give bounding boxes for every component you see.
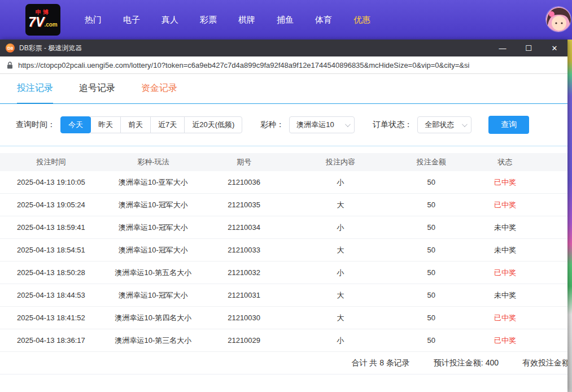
close-button[interactable]: ✕ [542, 40, 567, 56]
status-badge: 未中奖 [465, 245, 545, 255]
lottery-records-page: 投注记录 追号记录 资金记录 查询时间： 今天 昨天 前天 近7天 近20天(低… [0, 74, 567, 374]
time-filter-today[interactable]: 今天 [60, 116, 91, 133]
cell-content: 大 [283, 245, 397, 255]
nav-item-promo[interactable]: 优惠 [343, 0, 381, 40]
nav-item-fishing[interactable]: 捕鱼 [266, 0, 304, 40]
cell-content: 小 [283, 177, 397, 188]
url-text[interactable]: https://ctopcp02pcali.uengi5e.com/lotter… [18, 61, 469, 69]
cell-game: 澳洲幸运10-第五名大小 [102, 268, 204, 278]
cell-issue: 21210029 [204, 336, 284, 345]
cell-issue: 21210034 [204, 223, 284, 232]
nav-item-chess[interactable]: 棋牌 [228, 0, 266, 40]
cell-time: 2025-04-13 18:44:53 [0, 291, 102, 299]
column-header-amount: 投注金额 [397, 157, 465, 167]
cell-content: 小 [283, 223, 397, 233]
cell-amount: 50 [397, 291, 465, 299]
status-badge: 已中奖 [465, 177, 545, 188]
cell-game: 澳洲幸运10-第四名大小 [102, 313, 204, 323]
order-status-select[interactable]: 全部状态 [417, 116, 471, 133]
cell-game: 澳洲幸运10-冠军大小 [102, 290, 204, 300]
minimize-button[interactable]: — [490, 40, 516, 56]
cell-time: 2025-04-13 19:05:24 [0, 201, 102, 209]
cell-time: 2025-04-13 18:54:51 [0, 246, 102, 254]
column-header-issue: 期号 [204, 157, 284, 167]
cell-amount: 50 [397, 246, 465, 254]
column-header-time: 投注时间 [0, 157, 102, 167]
time-filter-last-7-days[interactable]: 近7天 [150, 116, 185, 133]
lottery-type-label: 彩种： [260, 120, 284, 130]
nav-item-slots[interactable]: 电子 [112, 0, 151, 40]
nav-item-lottery[interactable]: 彩票 [189, 0, 228, 40]
window-titlebar: D8 DB彩票 - 极速浏览器 — ☐ ✕ [0, 40, 567, 56]
site-logo[interactable]: 申博 7V.com [25, 4, 60, 36]
table-footer: 合计 共 8 条记录 预计投注金额: 400 有效投注金额 [0, 352, 567, 374]
nav-item-live[interactable]: 真人 [151, 0, 189, 40]
cell-content: 大 [283, 313, 397, 323]
cell-issue: 21210035 [204, 201, 284, 209]
nav-item-sports[interactable]: 体育 [304, 0, 343, 40]
tab-fund-records[interactable]: 资金记录 [141, 74, 177, 104]
cell-issue: 21210031 [204, 291, 284, 299]
query-time-label: 查询时间： [16, 120, 55, 130]
column-header-game: 彩种-玩法 [102, 157, 204, 167]
lottery-select[interactable]: 澳洲幸运10 [289, 116, 355, 133]
cell-game: 澳洲幸运10-冠军大小 [102, 223, 204, 233]
status-badge: 未中奖 [465, 223, 545, 233]
avatar[interactable] [545, 6, 571, 32]
app-favicon-icon: D8 [6, 43, 15, 53]
status-badge: 未中奖 [465, 290, 545, 300]
cell-content: 大 [283, 290, 397, 300]
time-filter-yesterday[interactable]: 昨天 [90, 116, 121, 133]
cell-amount: 50 [397, 178, 465, 186]
time-filter-day-before[interactable]: 前天 [120, 116, 151, 133]
time-filter-group: 今天 昨天 前天 近7天 近20天(低频) [60, 116, 242, 133]
site-nav-menu: 热门 电子 真人 彩票 棋牌 捕鱼 体育 优惠 [74, 0, 381, 40]
cell-time: 2025-04-13 18:59:41 [0, 223, 102, 232]
table-row: 2025-04-13 18:59:41 澳洲幸运10-冠军大小 21210034… [0, 216, 567, 239]
table-header: 投注时间 彩种-玩法 期号 投注内容 投注金额 状态 [0, 153, 567, 171]
table-row: 2025-04-13 18:36:17 澳洲幸运10-第三名大小 2121002… [0, 329, 567, 352]
record-count: 合计 共 8 条记录 [351, 358, 409, 368]
table-row: 2025-04-13 18:50:28 澳洲幸运10-第五名大小 2121003… [0, 262, 567, 284]
lottery-select-value: 澳洲幸运10 [296, 120, 334, 130]
browser-window: D8 DB彩票 - 极速浏览器 — ☐ ✕ https://ctopcp02pc… [0, 40, 567, 392]
chevron-down-icon [345, 121, 351, 127]
cell-issue: 21210032 [204, 268, 284, 277]
tab-bet-records[interactable]: 投注记录 [17, 74, 53, 104]
table-row: 2025-04-13 19:10:05 澳洲幸运10-亚军大小 21210036… [0, 171, 567, 194]
column-header-content: 投注内容 [283, 157, 397, 167]
screen: 申博 7V.com 热门 电子 真人 彩票 棋牌 捕鱼 体育 优惠 [0, 0, 572, 392]
window-title: DB彩票 - 极速浏览器 [19, 43, 82, 53]
status-badge: 已中奖 [465, 336, 545, 346]
cell-content: 小 [283, 336, 397, 346]
order-status-value: 全部状态 [425, 120, 454, 130]
site-top-nav: 申博 7V.com 热门 电子 真人 彩票 棋牌 捕鱼 体育 优惠 [0, 0, 572, 40]
tab-chase-records[interactable]: 追号记录 [79, 74, 115, 104]
table-row: 2025-04-13 19:05:24 澳洲幸运10-冠军大小 21210035… [0, 194, 567, 216]
chevron-down-icon [462, 121, 468, 127]
window-controls: — ☐ ✕ [490, 40, 567, 56]
order-status-label: 订单状态： [373, 120, 412, 130]
nav-item-hot[interactable]: 热门 [74, 0, 112, 40]
valid-amount: 有效投注金额 [522, 358, 567, 368]
cell-amount: 50 [397, 336, 465, 345]
column-header-status: 状态 [465, 157, 545, 167]
cell-amount: 50 [397, 268, 465, 277]
lock-icon [7, 62, 13, 69]
time-filter-last-20-days[interactable]: 近20天(低频) [184, 116, 242, 133]
cell-content: 小 [283, 268, 397, 278]
status-badge: 已中奖 [465, 313, 545, 323]
cell-time: 2025-04-13 18:36:17 [0, 336, 102, 345]
cell-game: 澳洲幸运10-冠军大小 [102, 245, 204, 255]
background-page-strip [567, 40, 572, 392]
cell-time: 2025-04-13 18:50:28 [0, 268, 102, 277]
query-button[interactable]: 查询 [488, 116, 529, 134]
cell-content: 大 [283, 200, 397, 210]
cell-time: 2025-04-13 19:10:05 [0, 178, 102, 186]
table-row: 2025-04-13 18:44:53 澳洲幸运10-冠军大小 21210031… [0, 284, 567, 307]
status-badge: 已中奖 [465, 200, 545, 210]
logo-main-text: 7V.com [28, 16, 57, 31]
maximize-button[interactable]: ☐ [516, 40, 542, 56]
table-row: 2025-04-13 18:54:51 澳洲幸运10-冠军大小 21210033… [0, 239, 567, 262]
cell-game: 澳洲幸运10-亚军大小 [102, 177, 204, 188]
